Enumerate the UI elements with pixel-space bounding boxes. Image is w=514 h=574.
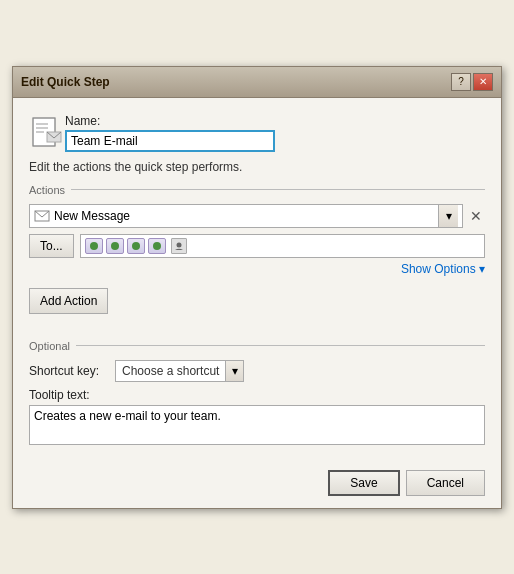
action-dropdown-inner: New Message	[34, 209, 438, 223]
name-label: Name:	[65, 114, 485, 128]
shortcut-dropdown-value: Choose a shortcut	[116, 364, 225, 378]
recipient-icon-4	[153, 242, 161, 250]
save-button[interactable]: Save	[328, 470, 399, 496]
shortcut-key-label: Shortcut key:	[29, 364, 109, 378]
shortcut-dropdown-arrow[interactable]: ▾	[225, 361, 243, 381]
optional-divider	[76, 345, 485, 346]
shortcut-dropdown[interactable]: Choose a shortcut ▾	[115, 360, 244, 382]
recipient-icon-2	[111, 242, 119, 250]
recipients-box[interactable]	[80, 234, 485, 258]
action-dropdown-arrow[interactable]: ▾	[438, 205, 458, 227]
recipient-chip-1	[85, 238, 103, 254]
help-button[interactable]: ?	[451, 73, 471, 91]
optional-label: Optional	[29, 340, 70, 352]
close-button[interactable]: ✕	[473, 73, 493, 91]
show-options-label: Show Options	[401, 262, 476, 276]
optional-section: Optional Shortcut key: Choose a shortcut…	[29, 340, 485, 448]
recipient-chip-4	[148, 238, 166, 254]
actions-section-header: Actions	[29, 184, 485, 196]
add-action-button[interactable]: Add Action	[29, 288, 108, 314]
dialog-title: Edit Quick Step	[21, 75, 110, 89]
cancel-button[interactable]: Cancel	[406, 470, 485, 496]
actions-label: Actions	[29, 184, 65, 196]
action-dropdown[interactable]: New Message ▾	[29, 204, 463, 228]
recipient-chip-3	[127, 238, 145, 254]
chevron-down-icon: ▾	[446, 209, 452, 223]
show-options-link[interactable]: Show Options ▾	[401, 262, 485, 276]
add-recipient-button[interactable]	[171, 238, 187, 254]
person-add-icon	[174, 241, 184, 251]
show-options-row: Show Options ▾	[29, 262, 485, 276]
svg-point-7	[176, 242, 181, 247]
title-bar: Edit Quick Step ? ✕	[13, 67, 501, 98]
recipient-chip-2	[106, 238, 124, 254]
action-row: New Message ▾ ✕	[29, 204, 485, 228]
description-text: Edit the actions the quick step performs…	[29, 160, 485, 174]
svg-rect-2	[36, 123, 48, 125]
edit-quick-step-dialog: Edit Quick Step ? ✕ Name: Edit the actio	[12, 66, 502, 509]
chevron-down-icon-shortcut: ▾	[232, 364, 238, 378]
svg-rect-4	[36, 131, 44, 133]
recipient-icon-1	[90, 242, 98, 250]
chevron-down-icon-options: ▾	[479, 262, 485, 276]
tooltip-textarea[interactable]	[29, 405, 485, 445]
new-message-icon	[34, 209, 50, 223]
optional-section-header: Optional	[29, 340, 485, 352]
name-section: Name:	[29, 114, 485, 152]
remove-action-button[interactable]: ✕	[467, 207, 485, 225]
actions-area: New Message ▾ ✕ To...	[29, 204, 485, 324]
recipient-icon-3	[132, 242, 140, 250]
actions-divider	[71, 189, 485, 190]
action-dropdown-value: New Message	[54, 209, 130, 223]
svg-rect-3	[36, 127, 48, 129]
footer-buttons: Save Cancel	[13, 460, 501, 508]
dialog-content: Name: Edit the actions the quick step pe…	[13, 98, 501, 460]
tooltip-text-label: Tooltip text:	[29, 388, 485, 402]
shortcut-row: Shortcut key: Choose a shortcut ▾	[29, 360, 485, 382]
document-icon	[29, 114, 65, 150]
name-input[interactable]	[65, 130, 275, 152]
title-bar-buttons: ? ✕	[451, 73, 493, 91]
name-area: Name:	[65, 114, 485, 152]
to-button[interactable]: To...	[29, 234, 74, 258]
to-row: To...	[29, 234, 485, 258]
